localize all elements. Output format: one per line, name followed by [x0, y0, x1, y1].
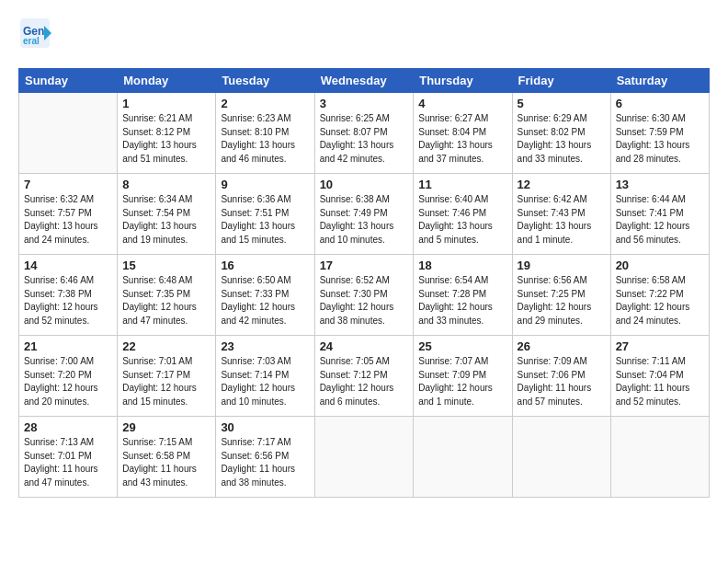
- day-info: Sunrise: 6:32 AM Sunset: 7:57 PM Dayligh…: [24, 193, 112, 247]
- day-number: 25: [418, 339, 506, 353]
- day-info: Sunrise: 7:15 AM Sunset: 6:58 PM Dayligh…: [122, 436, 210, 489]
- day-info: Sunrise: 6:38 AM Sunset: 7:49 PM Dayligh…: [320, 193, 409, 247]
- day-number: 21: [24, 339, 112, 353]
- calendar-cell: 19Sunrise: 6:56 AM Sunset: 7:25 PM Dayli…: [512, 255, 610, 336]
- day-info: Sunrise: 6:40 AM Sunset: 7:46 PM Dayligh…: [418, 193, 506, 247]
- calendar-header-row: SundayMondayTuesdayWednesdayThursdayFrid…: [19, 69, 710, 93]
- calendar-cell: 22Sunrise: 7:01 AM Sunset: 7:17 PM Dayli…: [118, 336, 216, 417]
- calendar-cell: 10Sunrise: 6:38 AM Sunset: 7:49 PM Dayli…: [314, 174, 414, 255]
- day-number: 22: [122, 339, 210, 353]
- day-number: 9: [221, 178, 309, 191]
- calendar-cell: 8Sunrise: 6:34 AM Sunset: 7:54 PM Daylig…: [118, 174, 216, 255]
- logo-icon: Gen eral: [18, 17, 51, 55]
- column-header-monday: Monday: [118, 69, 216, 93]
- calendar-cell: 15Sunrise: 6:48 AM Sunset: 7:35 PM Dayli…: [118, 255, 216, 336]
- day-number: 26: [518, 339, 606, 353]
- day-number: 10: [320, 178, 409, 191]
- day-info: Sunrise: 6:58 AM Sunset: 7:22 PM Dayligh…: [616, 274, 704, 327]
- calendar-cell: 5Sunrise: 6:29 AM Sunset: 8:02 PM Daylig…: [512, 93, 610, 174]
- day-info: Sunrise: 7:03 AM Sunset: 7:14 PM Dayligh…: [221, 355, 309, 408]
- calendar-cell: 18Sunrise: 6:54 AM Sunset: 7:28 PM Dayli…: [414, 255, 512, 336]
- day-number: 27: [616, 339, 704, 353]
- svg-text:eral: eral: [23, 36, 40, 46]
- calendar-cell: [314, 417, 414, 498]
- column-header-thursday: Thursday: [414, 69, 512, 93]
- calendar-cell: 3Sunrise: 6:25 AM Sunset: 8:07 PM Daylig…: [314, 93, 414, 174]
- calendar-cell: 17Sunrise: 6:52 AM Sunset: 7:30 PM Dayli…: [314, 255, 414, 336]
- day-number: 20: [616, 259, 704, 272]
- calendar-cell: 2Sunrise: 6:23 AM Sunset: 8:10 PM Daylig…: [216, 93, 314, 174]
- day-info: Sunrise: 7:05 AM Sunset: 7:12 PM Dayligh…: [320, 355, 409, 408]
- calendar-cell: 24Sunrise: 7:05 AM Sunset: 7:12 PM Dayli…: [314, 336, 414, 417]
- day-number: 30: [221, 420, 309, 434]
- day-info: Sunrise: 7:00 AM Sunset: 7:20 PM Dayligh…: [24, 355, 112, 408]
- day-info: Sunrise: 6:46 AM Sunset: 7:38 PM Dayligh…: [24, 274, 112, 327]
- day-number: 5: [518, 97, 606, 110]
- calendar-cell: 28Sunrise: 7:13 AM Sunset: 7:01 PM Dayli…: [19, 417, 118, 498]
- day-number: 17: [320, 259, 409, 272]
- day-info: Sunrise: 7:07 AM Sunset: 7:09 PM Dayligh…: [418, 355, 506, 408]
- day-number: 28: [24, 420, 112, 434]
- logo: Gen eral: [18, 18, 55, 57]
- day-info: Sunrise: 7:01 AM Sunset: 7:17 PM Dayligh…: [122, 355, 210, 408]
- column-header-wednesday: Wednesday: [314, 69, 414, 93]
- week-row-3: 14Sunrise: 6:46 AM Sunset: 7:38 PM Dayli…: [19, 255, 710, 336]
- day-number: 2: [221, 97, 309, 110]
- calendar-table: SundayMondayTuesdayWednesdayThursdayFrid…: [18, 68, 710, 498]
- day-number: 7: [24, 178, 112, 191]
- day-number: 24: [320, 339, 409, 353]
- day-number: 15: [122, 259, 210, 272]
- day-number: 16: [221, 259, 309, 272]
- day-info: Sunrise: 6:50 AM Sunset: 7:33 PM Dayligh…: [221, 274, 309, 327]
- day-number: 23: [221, 339, 309, 353]
- calendar-cell: 1Sunrise: 6:21 AM Sunset: 8:12 PM Daylig…: [118, 93, 216, 174]
- calendar-cell: 25Sunrise: 7:07 AM Sunset: 7:09 PM Dayli…: [414, 336, 512, 417]
- day-number: 4: [418, 97, 506, 110]
- calendar-cell: 26Sunrise: 7:09 AM Sunset: 7:06 PM Dayli…: [512, 336, 610, 417]
- calendar-cell: 14Sunrise: 6:46 AM Sunset: 7:38 PM Dayli…: [19, 255, 118, 336]
- calendar-cell: 12Sunrise: 6:42 AM Sunset: 7:43 PM Dayli…: [512, 174, 610, 255]
- day-number: 3: [320, 97, 409, 110]
- calendar-cell: [19, 93, 118, 174]
- day-number: 6: [616, 97, 704, 110]
- day-number: 29: [122, 420, 210, 434]
- day-info: Sunrise: 6:54 AM Sunset: 7:28 PM Dayligh…: [418, 274, 506, 327]
- column-header-saturday: Saturday: [610, 69, 709, 93]
- calendar-cell: 16Sunrise: 6:50 AM Sunset: 7:33 PM Dayli…: [216, 255, 314, 336]
- calendar-cell: 4Sunrise: 6:27 AM Sunset: 8:04 PM Daylig…: [414, 93, 512, 174]
- week-row-4: 21Sunrise: 7:00 AM Sunset: 7:20 PM Dayli…: [19, 336, 710, 417]
- calendar-cell: 23Sunrise: 7:03 AM Sunset: 7:14 PM Dayli…: [216, 336, 314, 417]
- week-row-2: 7Sunrise: 6:32 AM Sunset: 7:57 PM Daylig…: [19, 174, 710, 255]
- day-number: 1: [122, 97, 210, 110]
- column-header-friday: Friday: [512, 69, 610, 93]
- calendar-cell: 30Sunrise: 7:17 AM Sunset: 6:56 PM Dayli…: [216, 417, 314, 498]
- calendar-cell: [414, 417, 512, 498]
- day-info: Sunrise: 6:30 AM Sunset: 7:59 PM Dayligh…: [616, 112, 704, 166]
- day-info: Sunrise: 6:23 AM Sunset: 8:10 PM Dayligh…: [221, 112, 309, 166]
- day-info: Sunrise: 6:44 AM Sunset: 7:41 PM Dayligh…: [616, 193, 704, 247]
- day-info: Sunrise: 7:13 AM Sunset: 7:01 PM Dayligh…: [24, 436, 112, 489]
- calendar-cell: 27Sunrise: 7:11 AM Sunset: 7:04 PM Dayli…: [610, 336, 709, 417]
- day-info: Sunrise: 7:09 AM Sunset: 7:06 PM Dayligh…: [518, 355, 606, 408]
- day-info: Sunrise: 6:25 AM Sunset: 8:07 PM Dayligh…: [320, 112, 409, 166]
- day-info: Sunrise: 7:17 AM Sunset: 6:56 PM Dayligh…: [221, 436, 309, 489]
- calendar-cell: 13Sunrise: 6:44 AM Sunset: 7:41 PM Dayli…: [610, 174, 709, 255]
- day-info: Sunrise: 7:11 AM Sunset: 7:04 PM Dayligh…: [616, 355, 704, 408]
- day-info: Sunrise: 6:34 AM Sunset: 7:54 PM Dayligh…: [122, 193, 210, 247]
- day-info: Sunrise: 6:27 AM Sunset: 8:04 PM Dayligh…: [418, 112, 506, 166]
- day-number: 18: [418, 259, 506, 272]
- calendar-cell: 29Sunrise: 7:15 AM Sunset: 6:58 PM Dayli…: [118, 417, 216, 498]
- day-info: Sunrise: 6:21 AM Sunset: 8:12 PM Dayligh…: [122, 112, 210, 166]
- calendar-cell: 6Sunrise: 6:30 AM Sunset: 7:59 PM Daylig…: [610, 93, 709, 174]
- day-number: 8: [122, 178, 210, 191]
- day-number: 13: [616, 178, 704, 191]
- calendar-cell: [512, 417, 610, 498]
- day-info: Sunrise: 6:36 AM Sunset: 7:51 PM Dayligh…: [221, 193, 309, 247]
- calendar-cell: 9Sunrise: 6:36 AM Sunset: 7:51 PM Daylig…: [216, 174, 314, 255]
- calendar-cell: 21Sunrise: 7:00 AM Sunset: 7:20 PM Dayli…: [19, 336, 118, 417]
- day-number: 19: [518, 259, 606, 272]
- day-info: Sunrise: 6:29 AM Sunset: 8:02 PM Dayligh…: [518, 112, 606, 166]
- day-number: 14: [24, 259, 112, 272]
- calendar-cell: 20Sunrise: 6:58 AM Sunset: 7:22 PM Dayli…: [610, 255, 709, 336]
- day-info: Sunrise: 6:52 AM Sunset: 7:30 PM Dayligh…: [320, 274, 409, 327]
